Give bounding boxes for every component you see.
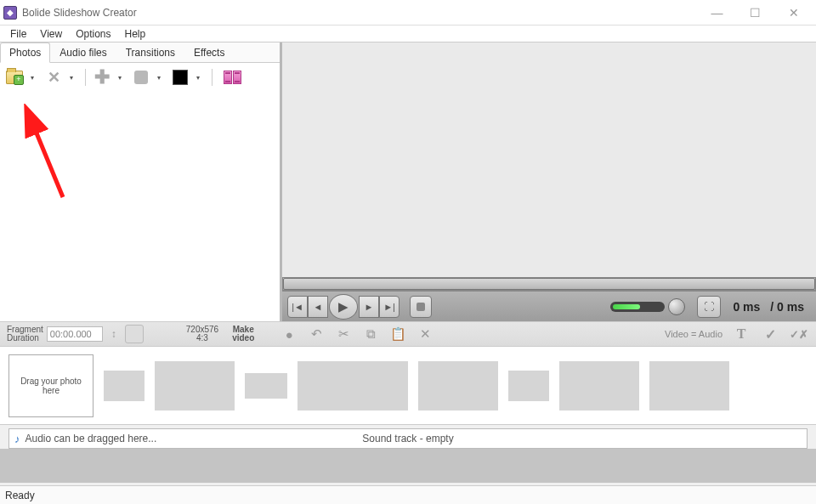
toolbar-divider-2 [212,69,212,86]
folder-add-icon [6,71,23,84]
storyboard-clip[interactable] [649,361,729,411]
tab-audio-files[interactable]: Audio files [50,42,116,62]
tab-transitions[interactable]: Transitions [116,42,184,62]
fragment-label-2: Duration [7,334,43,343]
storyboard-clip[interactable] [559,361,639,411]
plus-icon: ✚ [94,66,110,88]
tab-photos[interactable]: Photos [0,42,50,63]
status-text: Ready [5,490,35,501]
storyboard-clip[interactable] [508,371,549,401]
scrollbar-thumb[interactable] [283,278,815,290]
maximize-button[interactable]: ☐ [736,1,774,25]
cut-button[interactable]: ✂ [334,325,353,343]
stop-icon [416,303,425,311]
fragment-duration-input[interactable]: 00:00.000 [47,326,103,342]
timeline-toolbar: Fragment Duration 00:00.000 ↕ 720x576 4:… [0,321,816,347]
add-photos-button[interactable] [5,68,24,87]
audio-drop-hint: Audio can be dragged here... [26,433,157,445]
storyboard-clip[interactable] [155,361,235,411]
rounded-square-icon [134,71,148,84]
duration-lock-button[interactable]: ↕ [106,326,122,342]
resolution-line2[interactable]: 4:3 [186,334,218,343]
audio-empty-label: Sound track - empty [362,433,453,445]
menu-view[interactable]: View [33,26,69,42]
audio-track[interactable]: ♪ Audio can be dragged here... Sound tra… [8,428,808,449]
toolbar-divider [85,69,86,86]
undo-button[interactable]: ↶ [307,325,326,343]
close-button[interactable]: ✕ [774,1,813,25]
stop-button[interactable] [410,296,432,318]
slideshow-style-button[interactable] [219,68,245,87]
menu-help[interactable]: Help [118,26,153,42]
menu-options[interactable]: Options [69,26,117,42]
color-swatch[interactable] [171,68,190,87]
edit-buttons: ● ↶ ✂ ⧉ 📋 ✕ [280,325,434,343]
status-bar: Ready [0,485,816,504]
preview-scrollbar[interactable] [282,277,816,291]
film-strip-icon [224,71,241,84]
video-equals-audio-label[interactable]: Video = Audio [665,329,722,339]
preview-canvas [282,42,816,291]
remove-photo-button[interactable]: ✕ [44,68,63,87]
photos-list-area[interactable] [0,92,280,321]
paste-button[interactable]: 📋 [388,325,407,343]
make-video-line2[interactable]: video [232,334,254,343]
time-current: 0 ms [733,300,760,314]
play-button[interactable]: ▶ [329,294,358,320]
discard-button[interactable]: ✓✗ [789,325,809,343]
preview-pane: |◄ ◄ ▶ ► ►| ⛶ 0 ms / 0 ms [282,42,816,321]
color-dropdown[interactable]: ▾ [196,74,205,82]
step-forward-button[interactable]: ► [359,296,379,318]
go-start-button[interactable]: |◄ [287,296,308,318]
duration-apply-button[interactable] [125,325,144,343]
record-button[interactable]: ● [280,325,298,343]
fullscreen-button[interactable]: ⛶ [697,296,721,318]
time-total: / 0 ms [770,300,804,314]
copy-button[interactable]: ⧉ [361,325,380,343]
source-tabs: Photos Audio files Transitions Effects [0,42,280,63]
storyboard-clip[interactable] [418,361,498,411]
menu-file[interactable]: File [3,26,33,42]
remove-photo-dropdown[interactable]: ▾ [70,74,78,82]
music-note-icon: ♪ [14,433,20,445]
app-icon: ◆ [3,6,17,20]
volume-knob[interactable] [668,298,685,315]
accept-button[interactable]: ✓ [760,325,780,343]
storyboard-clip[interactable] [245,373,287,399]
timeline-empty-area [0,449,816,483]
title-bar: ◆ Bolide Slideshow Creator — ☐ ✕ [0,0,816,25]
volume-slider[interactable] [610,302,665,312]
shape-dropdown[interactable]: ▾ [157,74,166,82]
add-photos-dropdown[interactable]: ▾ [31,74,39,82]
step-back-button[interactable]: ◄ [308,296,328,318]
playback-controls: |◄ ◄ ▶ ► ►| [287,294,400,320]
tab-effects[interactable]: Effects [184,42,234,62]
menu-bar: File View Options Help [0,25,816,42]
photos-toolbar: ▾ ✕ ▾ ✚ ▾ ▾ ▾ [0,63,280,92]
playback-bar: |◄ ◄ ▶ ► ►| ⛶ 0 ms / 0 ms [282,291,816,321]
insert-button[interactable]: ✚ [93,68,111,87]
delete-button[interactable]: ✕ [416,325,434,343]
volume-fill [613,304,640,309]
color-black-icon [173,70,188,85]
window-title: Bolide Slideshow Creator [22,7,698,19]
storyboard[interactable]: Drag your photo here [0,347,816,425]
storyboard-clip[interactable] [298,361,408,411]
insert-dropdown[interactable]: ▾ [118,74,127,82]
storyboard-drop-slot[interactable]: Drag your photo here [8,354,94,417]
shape-button[interactable] [132,68,150,87]
remove-icon: ✕ [48,68,60,87]
text-tool-button[interactable]: T [731,325,751,343]
minimize-button[interactable]: — [698,1,736,25]
storyboard-clip[interactable] [104,371,144,401]
left-pane: Photos Audio files Transitions Effects ▾… [0,42,282,321]
go-end-button[interactable]: ►| [379,296,400,318]
fragment-duration-group: Fragment Duration 00:00.000 ↕ [7,325,144,343]
